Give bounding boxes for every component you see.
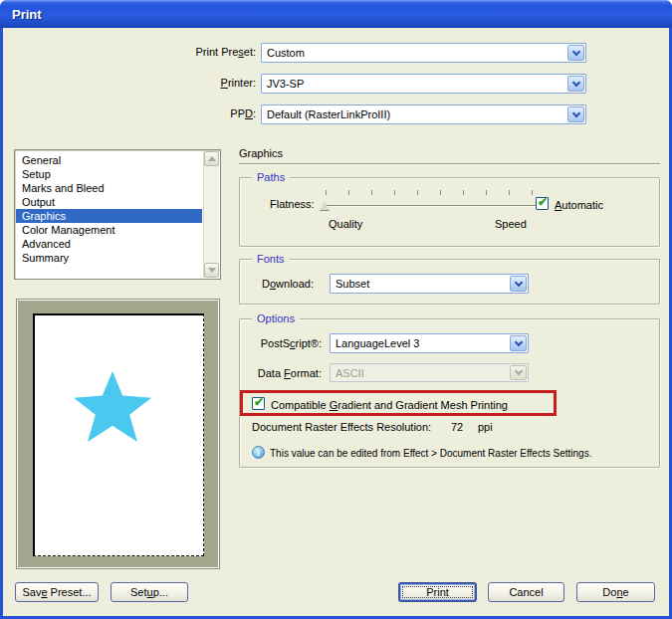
chevron-down-icon (571, 47, 579, 55)
printer-row: Printer: JV3-SP (3, 74, 600, 94)
ppd-row: PPD: Default (RasterLinkProIII) (3, 104, 600, 124)
ppd-select[interactable]: Default (RasterLinkProIII) (261, 104, 586, 124)
download-dropdown-button[interactable] (510, 276, 527, 292)
postscript-label: PostScript®: (250, 337, 322, 349)
preview-page (33, 313, 204, 556)
chevron-down-icon (571, 108, 579, 116)
titlebar[interactable]: Print (0, 0, 672, 28)
printer-select[interactable]: JV3-SP (261, 74, 586, 94)
chevron-down-icon (208, 268, 216, 273)
chevron-down-icon (571, 78, 579, 86)
data-format-select: ASCII (330, 363, 529, 382)
sidebar-item-general[interactable]: General (16, 153, 202, 167)
automatic-label: Automatic (555, 199, 603, 211)
raster-resolution-value: 72 (451, 421, 463, 433)
print-preset-select[interactable]: Custom (261, 43, 586, 63)
star-artwork (74, 371, 151, 445)
paths-legend: Paths (252, 171, 290, 183)
download-value: Subset (336, 278, 369, 290)
annotation-highlight-box (240, 390, 557, 416)
download-select[interactable]: Subset (330, 274, 529, 294)
postscript-dropdown-button[interactable] (510, 335, 527, 351)
printer-value: JV3-SP (267, 78, 304, 90)
automatic-checkbox[interactable]: ✔ (536, 197, 549, 210)
chevron-down-icon (514, 337, 522, 345)
cancel-button[interactable]: Cancel (488, 582, 564, 602)
print-preset-label: Print Preset: (122, 46, 256, 58)
save-preset-button[interactable]: Save Preset... (15, 582, 99, 602)
printer-dropdown-button[interactable] (567, 76, 584, 92)
raster-resolution-label: Document Raster Effects Resolution: (252, 421, 431, 433)
fonts-group: Fonts Download: Subset (239, 259, 660, 305)
chevron-up-icon (208, 156, 216, 161)
done-button[interactable]: Done (576, 582, 655, 602)
heading-divider (239, 163, 660, 165)
options-legend: Options (252, 312, 300, 324)
flatness-slider-track[interactable] (323, 205, 536, 207)
postscript-select[interactable]: LanguageLevel 3 (330, 333, 529, 353)
scroll-down-button[interactable] (204, 263, 219, 278)
sidebar-item-setup[interactable]: Setup (16, 167, 202, 181)
print-preset-row: Print Preset: Custom (3, 43, 600, 63)
paths-group: Paths Flatness: Quality Speed ✔ Automati… (239, 177, 660, 247)
print-dialog: Print Print Preset: Custom Printer: JV3-… (0, 0, 672, 619)
print-preset-dropdown-button[interactable] (567, 45, 584, 61)
list-scrollbar[interactable] (203, 151, 219, 278)
sidebar-item-marks-and-bleed[interactable]: Marks and Bleed (16, 181, 202, 195)
panel-heading: Graphics (239, 147, 283, 159)
chevron-down-icon (514, 367, 522, 375)
printer-label: Printer: (122, 77, 256, 89)
data-format-label: Data Format: (250, 367, 322, 379)
flatness-slider-thumb[interactable] (320, 202, 330, 210)
raster-resolution-unit: ppi (478, 421, 493, 433)
sidebar-item-output[interactable]: Output (16, 195, 202, 209)
ppd-dropdown-button[interactable] (567, 106, 584, 122)
setup-button[interactable]: Setup... (111, 582, 188, 602)
check-icon: ✔ (538, 195, 548, 209)
sidebar-item-color-management[interactable]: Color Management (16, 223, 202, 237)
chevron-down-icon (514, 278, 522, 286)
flatness-slider-ticks (326, 190, 533, 195)
scroll-up-button[interactable] (204, 151, 219, 166)
speed-label: Speed (495, 218, 527, 230)
data-format-value: ASCII (336, 367, 364, 379)
ppd-label: PPD: (122, 107, 256, 119)
sidebar-item-advanced[interactable]: Advanced (16, 237, 202, 251)
settings-list: General Setup Marks and Bleed Output Gra… (14, 149, 221, 280)
data-format-dropdown-button (510, 365, 527, 380)
ppd-value: Default (RasterLinkProIII) (267, 108, 390, 120)
dialog-body: Print Preset: Custom Printer: JV3-SP PPD… (3, 28, 669, 616)
print-button[interactable]: Print (398, 582, 477, 602)
focus-ring (402, 586, 473, 598)
sidebar-item-graphics[interactable]: Graphics (16, 209, 202, 223)
print-preset-value: Custom (267, 47, 305, 59)
postscript-value: LanguageLevel 3 (336, 337, 419, 349)
print-preview (16, 299, 220, 569)
flatness-label: Flatness: (270, 198, 315, 210)
sidebar-item-summary[interactable]: Summary (16, 251, 202, 265)
download-label: Download: (262, 278, 314, 290)
raster-note: This value can be edited from Effect > D… (270, 448, 591, 459)
window-title: Print (12, 7, 42, 22)
quality-label: Quality (329, 218, 362, 230)
fonts-legend: Fonts (252, 253, 290, 265)
info-icon: i (252, 446, 265, 459)
